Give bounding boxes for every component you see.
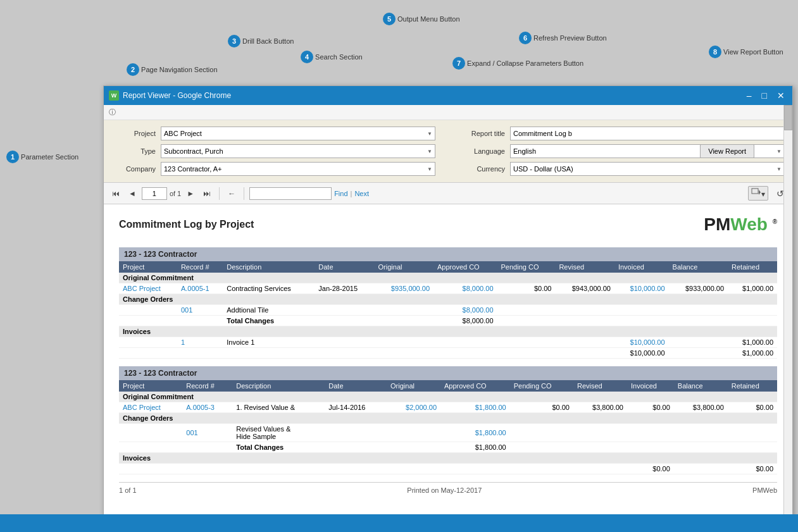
col2-record: Record # — [182, 380, 232, 392]
toolbar: ⏮ ◄ of 1 ► ⏭ ← Find | Next ▾ ↺ — [104, 183, 792, 204]
cell-balance: $933,000.00 — [669, 283, 728, 294]
co-invoiced — [614, 305, 669, 316]
co-record[interactable]: 001 — [177, 305, 223, 316]
footer-page-info: 1 of 1 — [119, 486, 137, 494]
report-title: Commitment Log by Project — [119, 219, 254, 230]
svg-marker-1 — [759, 190, 761, 195]
cell2-balance: $3,800.00 — [674, 402, 728, 413]
col-invoiced: Invoiced — [614, 261, 669, 273]
cell2-original[interactable]: $2,000.00 — [387, 402, 440, 413]
company-dropdown-arrow: ▼ — [427, 166, 432, 172]
cell2-project[interactable]: ABC Project — [119, 402, 182, 413]
next-link[interactable]: Next — [354, 190, 369, 197]
inv2-total-retained: $0.00 — [728, 464, 777, 474]
report-footer: 1 of 1 Printed on May-12-2017 PMWeb — [119, 482, 777, 498]
cell-project[interactable]: ABC Project — [119, 283, 177, 294]
col-balance: Balance — [669, 261, 728, 273]
page-number-input[interactable] — [142, 187, 167, 200]
type-input[interactable]: Subcontract, Purch ▼ — [161, 144, 435, 158]
annotation-page-nav: 2 Page Navigation Section — [127, 63, 218, 76]
currency-row: Currency USD - Dollar (USA) ▼ — [461, 162, 785, 176]
find-link[interactable]: Find — [334, 190, 347, 197]
col-retained: Retained — [728, 261, 777, 273]
params-grid: Project ABC Project ▼ Type Subcontract, … — [111, 127, 785, 176]
footer-print-date: Printed on May-12-2017 — [407, 486, 482, 494]
cell-retained: $1,000.00 — [728, 283, 777, 294]
col2-revised: Revised — [573, 380, 627, 392]
currency-dropdown-arrow: ▼ — [776, 166, 782, 172]
project-input[interactable]: ABC Project ▼ — [161, 127, 435, 140]
cell2-approved-co[interactable]: $1,800.00 — [440, 402, 510, 413]
inv-record[interactable]: 1 — [177, 337, 223, 348]
col2-retained: Retained — [728, 380, 777, 392]
pmweb-logo: PMWeb ® — [704, 214, 777, 235]
report-content: Commitment Log by Project PMWeb ® 123 - … — [104, 204, 792, 521]
total-changes-value-1: $8,000.00 — [433, 316, 497, 326]
section-1-header: 123 - 123 Contractor — [119, 247, 777, 261]
scrollbar-thumb[interactable] — [784, 105, 792, 130]
separator-2 — [244, 187, 244, 200]
page-of-label: of 1 — [170, 190, 181, 197]
view-report-button[interactable]: View Report — [700, 144, 754, 158]
original-commitment-header-1: Original Commitment — [119, 273, 777, 283]
search-input[interactable] — [249, 187, 332, 200]
table-row-2: ABC Project A.0005-3 1. Revised Value & … — [119, 402, 777, 413]
type-row: Type Subcontract, Purch ▼ — [111, 144, 435, 158]
drill-back-button[interactable]: ← — [225, 187, 239, 200]
invoices-header-2: Invoices — [119, 453, 777, 464]
report-title-input[interactable]: Commitment Log b — [510, 127, 785, 140]
co2-approved[interactable]: $1,800.00 — [440, 424, 510, 442]
col2-date: Date — [325, 380, 387, 392]
co-retained — [728, 305, 777, 316]
annotation-view-report: 8 View Report Button — [709, 46, 783, 58]
type-label: Type — [111, 147, 156, 155]
last-page-button[interactable]: ⏭ — [200, 187, 214, 200]
output-icon — [751, 188, 761, 197]
annotation-expand-collapse: 7 Expand / Collapse Parameters Button — [452, 57, 583, 70]
next-page-button[interactable]: ► — [184, 187, 197, 200]
params-left-col: Project ABC Project ▼ Type Subcontract, … — [111, 127, 435, 176]
co-revised — [555, 305, 614, 316]
outer-wrapper: 1 Parameter Section 2 Page Navigation Se… — [0, 0, 798, 532]
col2-invoiced: Invoiced — [627, 380, 674, 392]
col-date: Date — [315, 261, 374, 273]
close-button[interactable]: ✕ — [775, 90, 787, 101]
cell2-description: 1. Revised Value & — [232, 402, 325, 413]
invoices-header-1: Invoices — [119, 326, 777, 337]
inv-invoiced[interactable]: $10,000.00 — [614, 337, 669, 348]
scrollbar[interactable] — [783, 105, 792, 521]
cell-revised: $943,000.00 — [555, 283, 614, 294]
report-title-row: Report title Commitment Log b — [461, 127, 785, 140]
svg-rect-0 — [752, 189, 758, 194]
co2-record[interactable]: 001 — [182, 424, 232, 442]
app-icon: W — [109, 90, 119, 101]
maximize-button[interactable]: □ — [759, 90, 770, 101]
report-header: Commitment Log by Project PMWeb ® — [119, 214, 777, 235]
table-row: ABC Project A.0005-1 Contracting Service… — [119, 283, 777, 294]
cell2-record[interactable]: A.0005-3 — [182, 402, 232, 413]
view-report-area: View Report — [700, 144, 754, 158]
table-header-row: Project Record # Description Date Origin… — [119, 261, 777, 273]
currency-input[interactable]: USD - Dollar (USA) ▼ — [510, 162, 785, 176]
taskbar — [0, 514, 798, 532]
co-balance — [669, 305, 728, 316]
table-header-row-2: Project Record # Description Date Origin… — [119, 380, 777, 392]
badge-7: 7 — [452, 57, 465, 70]
section-2: 123 - 123 Contractor Project Record # De… — [119, 366, 777, 474]
cell-original[interactable]: $935,000.00 — [375, 283, 433, 294]
company-input[interactable]: 123 Contractor, A+ ▼ — [161, 162, 435, 176]
cell-approved-co[interactable]: $8,000.00 — [433, 283, 497, 294]
cell-record[interactable]: A.0005-1 — [177, 283, 223, 294]
prev-page-button[interactable]: ◄ — [125, 187, 139, 200]
cell-invoiced[interactable]: $10,000.00 — [614, 283, 669, 294]
total-changes-label-2: Total Changes — [232, 442, 325, 453]
col2-approved-co: Approved CO — [440, 380, 510, 392]
minimize-button[interactable]: – — [744, 90, 754, 101]
co-pending — [497, 305, 556, 316]
output-menu-button[interactable]: ▾ — [748, 186, 768, 201]
total-changes-row-1: Total Changes $8,000.00 — [119, 316, 777, 326]
col-record: Record # — [177, 261, 223, 273]
co-approved[interactable]: $8,000.00 — [433, 305, 497, 316]
cell-pending-co: $0.00 — [497, 283, 556, 294]
first-page-button[interactable]: ⏮ — [109, 187, 123, 200]
